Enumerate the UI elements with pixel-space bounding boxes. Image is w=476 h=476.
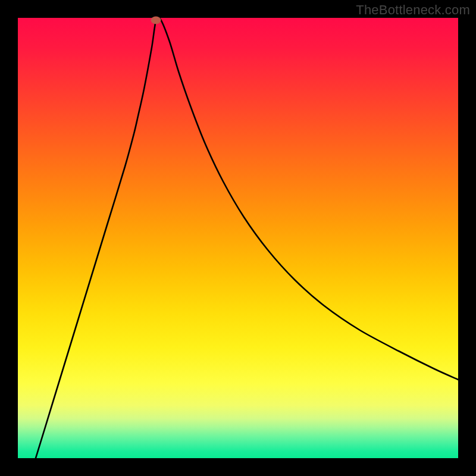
bottleneck-curve-svg — [18, 18, 458, 458]
chart-plot-area — [18, 18, 458, 458]
bottleneck-curve — [36, 18, 458, 458]
optimal-point-marker — [151, 17, 161, 24]
watermark-text: TheBottleneck.com — [356, 2, 470, 18]
